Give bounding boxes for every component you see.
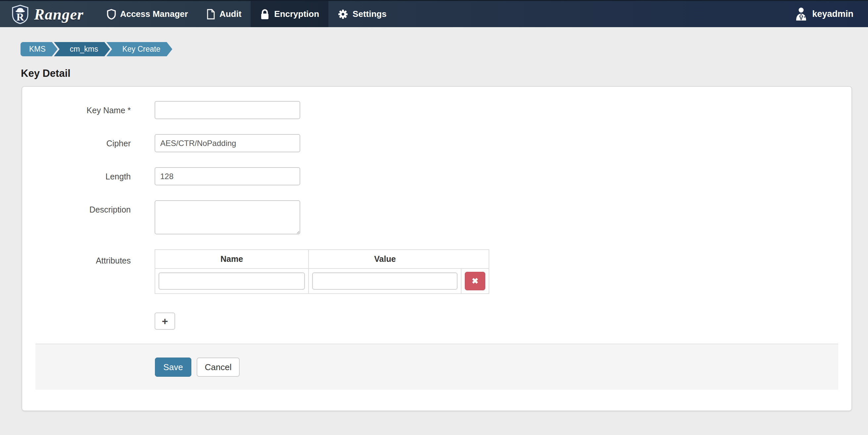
nav-item-encryption[interactable]: Encryption bbox=[251, 1, 329, 27]
add-attribute-button[interactable]: + bbox=[155, 312, 175, 330]
nav-item-label: Access Manager bbox=[120, 9, 188, 19]
key-detail-panel: Key Name * Cipher Length Description Att… bbox=[22, 86, 852, 411]
page-title: Key Detail bbox=[21, 67, 868, 80]
key-name-label: Key Name * bbox=[22, 101, 155, 119]
ranger-shield-logo-icon: R bbox=[11, 4, 29, 24]
attributes-label: Attributes bbox=[22, 249, 155, 294]
breadcrumb-item-kms[interactable]: KMS bbox=[21, 42, 58, 56]
form-row-key-name: Key Name * bbox=[22, 101, 851, 119]
nav-item-settings[interactable]: Settings bbox=[329, 1, 396, 27]
cancel-button[interactable]: Cancel bbox=[197, 358, 240, 377]
form-row-cipher: Cipher bbox=[22, 134, 851, 152]
attributes-header-row: Name Value bbox=[155, 250, 489, 269]
attr-value-cell bbox=[309, 269, 461, 293]
user-icon bbox=[795, 7, 807, 21]
nav-item-label: Audit bbox=[219, 9, 241, 19]
svg-text:R: R bbox=[16, 11, 24, 23]
breadcrumb-label: cm_kms bbox=[70, 45, 98, 54]
nav-menu: Access Manager Audit Encryption bbox=[98, 1, 396, 27]
form-row-attributes: Attributes Name Value ✖ bbox=[22, 249, 851, 294]
attr-column-value: Value bbox=[309, 250, 461, 269]
key-name-input[interactable] bbox=[155, 101, 300, 119]
form-row-length: Length bbox=[22, 167, 851, 185]
cipher-label: Cipher bbox=[22, 134, 155, 152]
length-label: Length bbox=[22, 167, 155, 185]
attr-column-name: Name bbox=[155, 250, 309, 269]
description-textarea[interactable] bbox=[155, 200, 300, 235]
lock-icon bbox=[260, 9, 270, 20]
nav-item-access-manager[interactable]: Access Manager bbox=[98, 1, 197, 27]
breadcrumb: KMS cm_kms Key Create bbox=[21, 42, 868, 56]
breadcrumb-label: KMS bbox=[29, 45, 46, 54]
attr-column-action bbox=[461, 250, 489, 269]
cipher-input[interactable] bbox=[155, 134, 300, 152]
attr-value-input[interactable] bbox=[312, 273, 458, 290]
user-menu[interactable]: keyadmin bbox=[781, 1, 868, 27]
breadcrumb-item-key-create[interactable]: Key Create bbox=[106, 42, 172, 56]
form-row-description: Description bbox=[22, 200, 851, 235]
description-label: Description bbox=[22, 200, 155, 235]
attribute-row: ✖ bbox=[155, 269, 489, 293]
ranger-logo[interactable]: R Ranger bbox=[0, 1, 98, 27]
attr-name-input[interactable] bbox=[159, 273, 305, 290]
brand-name: Ranger bbox=[34, 5, 84, 23]
top-navbar: R Ranger Access Manager Audit bbox=[0, 0, 868, 27]
attr-name-cell bbox=[155, 269, 309, 293]
breadcrumb-label: Key Create bbox=[122, 45, 160, 54]
length-input[interactable] bbox=[155, 167, 300, 185]
shield-icon bbox=[107, 9, 116, 20]
attr-action-cell: ✖ bbox=[461, 269, 489, 293]
save-button[interactable]: Save bbox=[155, 358, 191, 377]
form-actions-bar: Save Cancel bbox=[35, 344, 838, 390]
nav-item-label: Settings bbox=[352, 9, 387, 19]
nav-item-label: Encryption bbox=[274, 9, 319, 19]
gear-icon bbox=[338, 9, 348, 20]
nav-item-audit[interactable]: Audit bbox=[197, 1, 251, 27]
file-icon bbox=[207, 9, 215, 20]
remove-attribute-button[interactable]: ✖ bbox=[465, 272, 485, 290]
attributes-table: Name Value ✖ bbox=[155, 249, 489, 294]
breadcrumb-item-cm-kms[interactable]: cm_kms bbox=[54, 42, 110, 56]
username: keyadmin bbox=[812, 9, 854, 19]
